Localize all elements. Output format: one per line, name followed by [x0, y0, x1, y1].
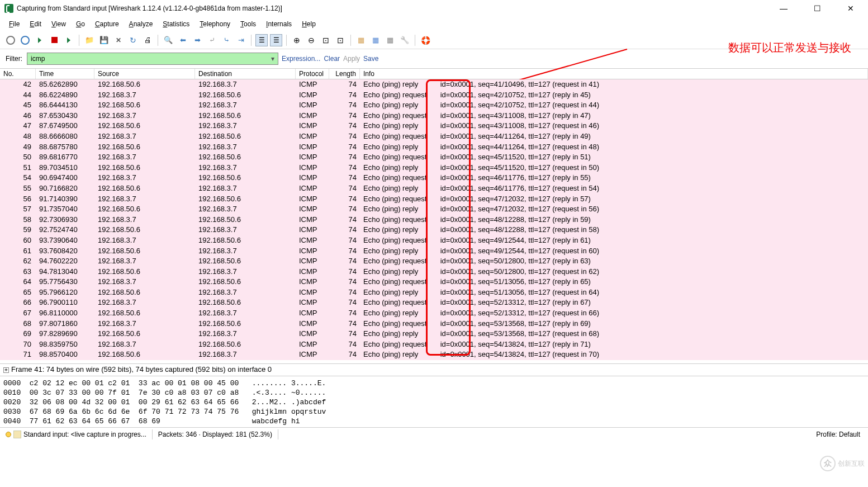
- filter-save-link[interactable]: Save: [363, 55, 378, 63]
- go-back-icon[interactable]: [177, 34, 189, 46]
- start-capture-icon[interactable]: [34, 34, 46, 46]
- menu-telephony[interactable]: Telephony: [195, 18, 235, 30]
- packet-row[interactable]: 5992.7524740192.168.50.6192.168.3.7ICMP7…: [0, 225, 868, 235]
- filter-input[interactable]: icmp ▾: [27, 53, 278, 65]
- menubar: FileEditViewGoCaptureAnalyzeStatisticsTe…: [0, 17, 868, 31]
- hex-pane[interactable]: 0000 c2 02 12 ec 00 01 c2 01 33 ac 00 01…: [0, 376, 868, 427]
- column-no[interactable]: No.: [0, 69, 36, 79]
- go-prev-icon[interactable]: [206, 34, 218, 46]
- interfaces-icon[interactable]: [4, 34, 17, 46]
- packet-row[interactable]: 6997.8289690192.168.50.6192.168.3.7ICMP7…: [0, 329, 868, 339]
- status-profile[interactable]: Profile: Default: [808, 429, 868, 439]
- packet-row[interactable]: 6294.7602220192.168.3.7192.168.50.6ICMP7…: [0, 256, 868, 267]
- packet-row[interactable]: 6897.8071860192.168.3.7192.168.50.6ICMP7…: [0, 319, 868, 329]
- frame-summary: Frame 41: 74 bytes on wire (592 bits), 7…: [11, 365, 272, 373]
- zoom-fit-icon[interactable]: [320, 34, 332, 46]
- column-info[interactable]: Info: [360, 69, 868, 79]
- separator: [79, 35, 79, 46]
- expert-led-icon[interactable]: [6, 432, 11, 437]
- colorize-icon[interactable]: [255, 34, 268, 46]
- detail-pane[interactable]: +Frame 41: 74 bytes on wire (592 bits), …: [0, 363, 868, 376]
- help-icon[interactable]: [419, 34, 431, 46]
- find-icon[interactable]: [162, 34, 174, 46]
- window-title: Capturing from Standard input [Wireshark…: [17, 4, 282, 12]
- filter-dropdown-icon[interactable]: ▾: [271, 55, 274, 63]
- packet-row[interactable]: 6696.7900110192.168.3.7192.168.50.6ICMP7…: [0, 297, 868, 308]
- options-icon[interactable]: [19, 34, 31, 46]
- edit-icon[interactable]: [13, 431, 21, 438]
- statusbar: Standard input: <live capture in progres…: [0, 427, 868, 441]
- close-button[interactable]: ✕: [842, 3, 859, 14]
- packet-row[interactable]: 4888.6666080192.168.3.7192.168.50.6ICMP7…: [0, 131, 868, 142]
- restart-capture-icon[interactable]: [63, 34, 75, 46]
- column-protocol[interactable]: Protocol: [296, 69, 329, 79]
- packet-row[interactable]: 4285.6262890192.168.50.6192.168.3.7ICMP7…: [0, 79, 868, 90]
- zoom-out-icon[interactable]: [305, 34, 317, 46]
- packet-row[interactable]: 4687.6530430192.168.3.7192.168.50.6ICMP7…: [0, 111, 868, 121]
- packet-row[interactable]: 5089.6816770192.168.3.7192.168.50.6ICMP7…: [0, 152, 868, 163]
- packet-row[interactable]: 5892.7306930192.168.3.7192.168.50.6ICMP7…: [0, 215, 868, 225]
- separator: [415, 35, 415, 46]
- packet-row[interactable]: 4586.6444130192.168.50.6192.168.3.7ICMP7…: [0, 100, 868, 111]
- separator: [286, 35, 287, 46]
- packet-row[interactable]: 6093.7390640192.168.3.7192.168.50.6ICMP7…: [0, 235, 868, 246]
- packet-row[interactable]: 4787.6749500192.168.50.6192.168.3.7ICMP7…: [0, 121, 868, 131]
- minimize-button[interactable]: —: [775, 3, 792, 14]
- packet-row[interactable]: 5490.6947400192.168.3.7192.168.50.6ICMP7…: [0, 173, 868, 183]
- menu-go[interactable]: Go: [72, 18, 89, 30]
- go-next-icon[interactable]: [220, 34, 233, 46]
- packet-row[interactable]: 4486.6224890192.168.3.7192.168.50.6ICMP7…: [0, 90, 868, 101]
- print-icon[interactable]: [141, 34, 154, 46]
- reload-icon[interactable]: [127, 34, 139, 46]
- packet-row[interactable]: 7098.8359750192.168.3.7192.168.50.6ICMP7…: [0, 339, 868, 350]
- status-capture: Standard input: <live capture in progres…: [23, 431, 146, 438]
- column-length[interactable]: Length: [329, 69, 360, 79]
- go-last-icon[interactable]: [235, 34, 247, 46]
- filter-clear-link[interactable]: Clear: [324, 55, 340, 63]
- menu-analyze[interactable]: Analyze: [125, 18, 158, 30]
- save-icon[interactable]: [98, 34, 110, 46]
- column-time[interactable]: Time: [36, 69, 94, 79]
- column-source[interactable]: Source: [94, 69, 195, 79]
- packet-row[interactable]: 5590.7166820192.168.50.6192.168.3.7ICMP7…: [0, 183, 868, 194]
- filter-expression-link[interactable]: Expression...: [282, 55, 320, 63]
- open-icon[interactable]: [83, 34, 96, 46]
- packet-row[interactable]: 6394.7813040192.168.50.6192.168.3.7ICMP7…: [0, 267, 868, 277]
- titlebar: Capturing from Standard input [Wireshark…: [0, 0, 868, 17]
- menu-statistics[interactable]: Statistics: [158, 18, 194, 30]
- resize-columns-icon[interactable]: [334, 34, 347, 46]
- capture-filters-icon[interactable]: [355, 34, 367, 46]
- packet-row[interactable]: 4988.6875780192.168.50.6192.168.3.7ICMP7…: [0, 142, 868, 153]
- packet-header: No. Time Source Destination Protocol Len…: [0, 68, 868, 79]
- menu-view[interactable]: View: [47, 18, 70, 30]
- menu-file[interactable]: File: [4, 18, 24, 30]
- menu-internals[interactable]: Internals: [262, 18, 296, 30]
- display-filters-icon[interactable]: [369, 34, 382, 46]
- coloring-rules-icon[interactable]: [384, 34, 396, 46]
- stop-capture-icon[interactable]: [48, 34, 60, 46]
- packet-row[interactable]: 6495.7756430192.168.3.7192.168.50.6ICMP7…: [0, 277, 868, 287]
- preferences-icon[interactable]: [399, 34, 411, 46]
- packet-list[interactable]: 4285.6262890192.168.50.6192.168.3.7ICMP7…: [0, 79, 868, 363]
- maximize-button[interactable]: ☐: [809, 3, 826, 14]
- packet-row[interactable]: 5691.7140390192.168.3.7192.168.50.6ICMP7…: [0, 194, 868, 205]
- close-file-icon[interactable]: [112, 34, 125, 46]
- go-forward-icon[interactable]: [191, 34, 203, 46]
- autoscroll-icon[interactable]: [270, 34, 282, 46]
- column-destination[interactable]: Destination: [195, 69, 296, 79]
- menu-edit[interactable]: Edit: [25, 18, 46, 30]
- zoom-in-icon[interactable]: [291, 34, 303, 46]
- packet-row[interactable]: 6796.8110000192.168.50.6192.168.3.7ICMP7…: [0, 308, 868, 319]
- packet-row[interactable]: 6595.7966120192.168.50.6192.168.3.7ICMP7…: [0, 287, 868, 298]
- expand-icon[interactable]: +: [3, 367, 9, 373]
- packet-row[interactable]: 6193.7608420192.168.50.6192.168.3.7ICMP7…: [0, 246, 868, 257]
- packet-row[interactable]: 5791.7357040192.168.50.6192.168.3.7ICMP7…: [0, 204, 868, 215]
- status-packets: Packets: 346 · Displayed: 181 (52.3%): [153, 429, 278, 439]
- menu-help[interactable]: Help: [297, 18, 320, 30]
- menu-capture[interactable]: Capture: [91, 18, 124, 30]
- filter-apply-link[interactable]: Apply: [343, 55, 360, 63]
- filter-value: icmp: [31, 55, 45, 63]
- menu-tools[interactable]: Tools: [236, 18, 260, 30]
- packet-row[interactable]: 7198.8570400192.168.50.6192.168.3.7ICMP7…: [0, 349, 868, 360]
- packet-row[interactable]: 5189.7034510192.168.50.6192.168.3.7ICMP7…: [0, 163, 868, 173]
